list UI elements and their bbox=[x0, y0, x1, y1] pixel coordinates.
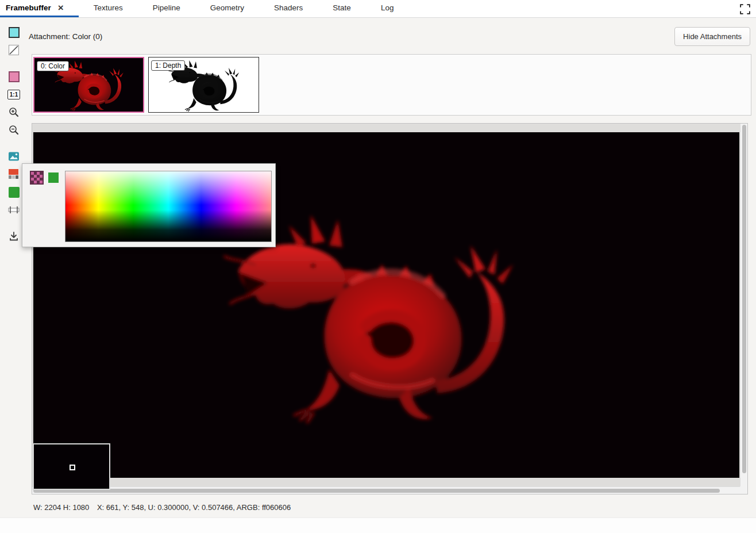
attachment-depth-thumbnail[interactable]: 1: Depth bbox=[148, 57, 259, 113]
save-button[interactable] bbox=[7, 229, 21, 243]
status-pixel-text: X: 661, Y: 548, U: 0.300000, V: 0.507466… bbox=[97, 503, 291, 512]
picker-cursor-icon bbox=[70, 465, 75, 470]
picker-magnifier bbox=[33, 443, 110, 490]
hue-gradient-picker[interactable] bbox=[65, 171, 272, 242]
tab-pipeline-label: Pipeline bbox=[153, 3, 180, 12]
tab-textures[interactable]: Textures bbox=[79, 0, 138, 17]
zoom-out-button[interactable] bbox=[7, 123, 21, 137]
tab-shaders-label: Shaders bbox=[274, 3, 303, 12]
attachment-header: Attachment: Color (0) Hide Attachments bbox=[29, 26, 750, 46]
tab-log-label: Log bbox=[381, 3, 394, 12]
solid-color-swatch[interactable] bbox=[48, 172, 59, 183]
diagonal-slash-icon bbox=[8, 44, 20, 56]
horizontal-scrollbar[interactable] bbox=[32, 486, 740, 494]
status-bar: W: 2204 H: 1080 X: 661, Y: 548, U: 0.300… bbox=[33, 503, 296, 512]
hide-attachments-button[interactable]: Hide Attachments bbox=[674, 27, 750, 46]
cyan-swatch-icon bbox=[9, 27, 20, 38]
zoom-out-icon bbox=[8, 124, 20, 136]
attachment-label: Attachment: Color (0) bbox=[29, 32, 102, 41]
scrollbar-corner bbox=[740, 486, 747, 494]
one-to-one-icon: 1:1 bbox=[7, 90, 20, 99]
attachment-color-chip: 0: Color bbox=[37, 61, 69, 71]
tab-pipeline[interactable]: Pipeline bbox=[138, 0, 195, 17]
status-size-text: W: 2204 H: 1080 bbox=[33, 503, 89, 512]
background-color-button[interactable] bbox=[7, 25, 21, 39]
attachments-panel: 0: Color 1: Depth bbox=[32, 54, 751, 116]
close-icon[interactable]: × bbox=[58, 3, 64, 13]
flat-color-button[interactable] bbox=[7, 185, 21, 199]
fullscreen-icon[interactable] bbox=[740, 4, 750, 14]
fit-image-button[interactable] bbox=[7, 149, 21, 163]
color-picker-popup bbox=[22, 163, 276, 247]
horizontal-scrollbar-thumb[interactable] bbox=[33, 489, 720, 493]
range-button[interactable] bbox=[7, 203, 21, 217]
footer-panel bbox=[0, 517, 756, 533]
pick-color-button[interactable] bbox=[7, 70, 21, 83]
tab-shaders[interactable]: Shaders bbox=[259, 0, 318, 17]
actual-size-button[interactable]: 1:1 bbox=[7, 87, 21, 101]
tab-bar: Framebuffer × Textures Pipeline Geometry… bbox=[0, 0, 756, 18]
attachment-depth-chip: 1: Depth bbox=[151, 60, 185, 71]
vertical-scrollbar-thumb[interactable] bbox=[742, 125, 746, 473]
tab-log[interactable]: Log bbox=[366, 0, 409, 17]
channels-icon bbox=[9, 169, 19, 179]
range-icon bbox=[8, 205, 20, 214]
viewer-toolbar: 1:1 bbox=[5, 25, 23, 243]
tab-state[interactable]: State bbox=[318, 0, 366, 17]
green-swatch-icon bbox=[9, 187, 20, 198]
tab-textures-label: Textures bbox=[94, 3, 123, 12]
zoom-in-icon bbox=[8, 106, 20, 118]
zoom-in-button[interactable] bbox=[7, 105, 21, 119]
channels-button[interactable] bbox=[7, 167, 21, 181]
tab-geometry[interactable]: Geometry bbox=[195, 0, 259, 17]
save-icon bbox=[9, 231, 19, 241]
vertical-scrollbar[interactable] bbox=[740, 124, 747, 486]
tab-framebuffer-label: Framebuffer bbox=[6, 3, 51, 12]
image-icon bbox=[8, 151, 20, 162]
attachment-color-thumbnail[interactable]: 0: Color bbox=[33, 57, 144, 113]
tab-geometry-label: Geometry bbox=[210, 3, 244, 12]
no-background-button[interactable] bbox=[7, 43, 21, 57]
alpha-checker-swatch[interactable] bbox=[30, 171, 44, 185]
tab-framebuffer[interactable]: Framebuffer × bbox=[0, 0, 79, 17]
pink-swatch-icon bbox=[9, 71, 20, 82]
tab-state-label: State bbox=[333, 3, 351, 12]
